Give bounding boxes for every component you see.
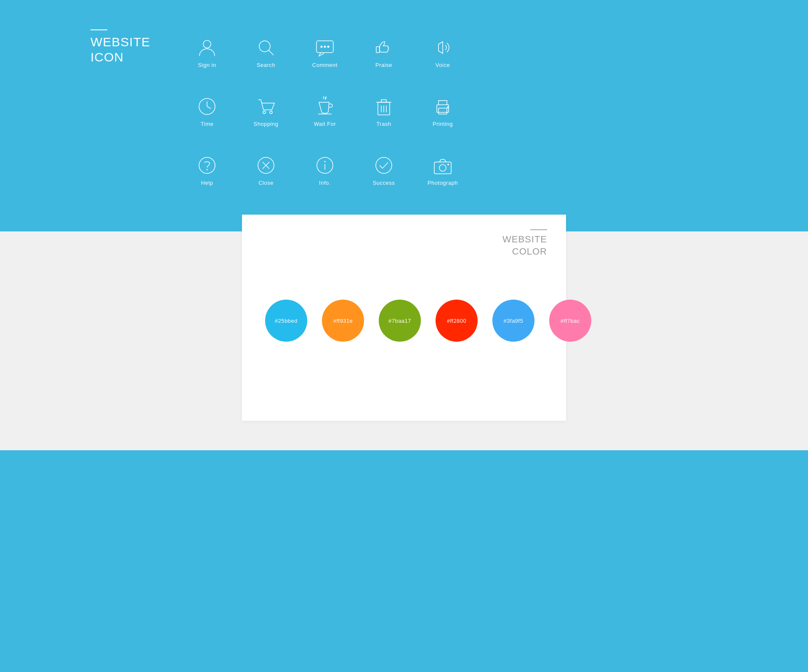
clock-icon [197, 96, 217, 117]
info-icon [315, 155, 335, 175]
person-icon [197, 37, 217, 58]
color-section-title: WEBSITE COLOR [502, 234, 547, 258]
svg-point-24 [199, 157, 215, 173]
icon-success-label: Success [373, 180, 395, 186]
icon-photograph-label: Photograph [428, 180, 458, 186]
icon-sign-in-label: Sign in [198, 62, 216, 68]
icon-close: Close [243, 143, 289, 198]
icon-trash: Trash [361, 84, 407, 139]
svg-point-13 [270, 111, 272, 114]
icon-trash-label: Trash [376, 121, 391, 127]
color-circle-red: #ff2800 [436, 300, 478, 342]
card-title-decoration [530, 229, 547, 230]
color-circle-green: #7baa17 [379, 300, 421, 342]
gray-band: WEBSITE COLOR #25bbed #ff931e #7baa17 #f… [0, 231, 808, 450]
color-circles-container: #25bbed #ff931e #7baa17 #ff2800 #3fa9f5 … [261, 300, 547, 342]
svg-point-35 [447, 164, 449, 165]
svg-line-11 [207, 106, 211, 109]
svg-point-4 [321, 45, 323, 48]
title-line-decoration [90, 29, 107, 30]
search-icon [256, 37, 276, 58]
color-circle-pink: #ff7bac [549, 300, 591, 342]
icon-wait-for: Wait For [302, 84, 348, 139]
icons-grid: Sign in Search Comment [184, 25, 466, 198]
check-icon [374, 155, 394, 175]
svg-rect-33 [434, 162, 451, 174]
color-circle-orange: #ff931e [322, 300, 364, 342]
icon-info-label: Info. [319, 180, 331, 186]
icon-printing: Printing [420, 84, 466, 139]
top-section: WEBSITE ICON Sign in Search [0, 0, 808, 231]
icon-help-label: Help [201, 180, 213, 186]
cart-icon [256, 96, 276, 117]
comment-icon [315, 37, 335, 58]
icon-shopping-label: Shopping [254, 121, 279, 127]
help-icon [197, 155, 217, 175]
color-circle-blue: #25bbed [265, 300, 307, 342]
icon-section-title: WEBSITE ICON [90, 35, 150, 65]
icon-search: Search [243, 25, 289, 80]
svg-point-12 [263, 111, 266, 114]
color-card-title-area: WEBSITE COLOR [261, 229, 547, 258]
icon-help: Help [184, 143, 230, 198]
svg-point-30 [324, 161, 326, 162]
color-circle-light-blue: #3fa9f5 [492, 300, 534, 342]
svg-rect-17 [381, 100, 386, 102]
svg-point-5 [324, 45, 326, 48]
svg-marker-8 [439, 42, 443, 53]
svg-rect-7 [376, 47, 380, 53]
icon-shopping: Shopping [243, 84, 289, 139]
camera-icon [433, 155, 453, 175]
bottom-section [0, 450, 808, 576]
icon-comment-label: Comment [312, 62, 338, 68]
website-icon-title: WEBSITE ICON [90, 29, 150, 65]
icon-comment: Comment [302, 25, 348, 80]
icon-time-label: Time [201, 121, 213, 127]
icon-voice-label: Voice [436, 62, 450, 68]
icon-wait-for-label: Wait For [314, 121, 336, 127]
svg-point-6 [327, 45, 330, 48]
icon-printing-label: Printing [433, 121, 453, 127]
icon-voice: Voice [420, 25, 466, 80]
trash-icon [374, 96, 394, 117]
svg-point-34 [439, 165, 446, 171]
svg-point-23 [447, 106, 449, 108]
close-icon [256, 155, 276, 175]
svg-rect-22 [439, 108, 447, 114]
icon-time: Time [184, 84, 230, 139]
svg-line-2 [268, 50, 274, 55]
svg-point-0 [203, 40, 211, 48]
icon-info: Info. [302, 143, 348, 198]
svg-point-32 [376, 157, 392, 173]
coffee-icon [315, 96, 335, 117]
icon-success: Success [361, 143, 407, 198]
color-section-card: WEBSITE COLOR #25bbed #ff931e #7baa17 #f… [242, 215, 566, 421]
icon-praise: Praise [361, 25, 407, 80]
voice-icon [433, 37, 453, 58]
icon-sign-in: Sign in [184, 25, 230, 80]
icon-praise-label: Praise [375, 62, 392, 68]
svg-point-25 [207, 169, 208, 170]
thumbs-up-icon [374, 37, 394, 58]
printer-icon [433, 96, 453, 117]
icon-search-label: Search [257, 62, 275, 68]
icon-close-label: Close [258, 180, 274, 186]
icon-photograph: Photograph [420, 143, 466, 198]
